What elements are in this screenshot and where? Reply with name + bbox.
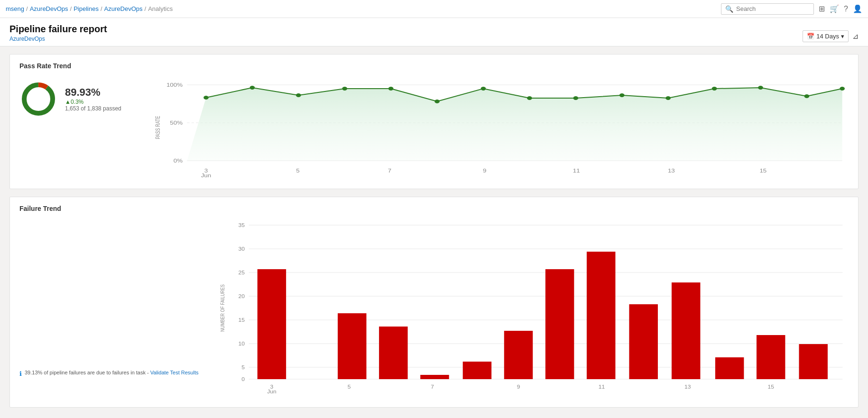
svg-text:10: 10 [239, 341, 245, 346]
pass-rate-text: 89.93% ▲0.3% 1,653 of 1,838 passed [65, 86, 121, 112]
svg-text:35: 35 [239, 223, 245, 228]
pass-rate-title: Pass Rate Trend [19, 62, 849, 70]
pass-rate-content: 89.93% ▲0.3% 1,653 of 1,838 passed PASS … [19, 75, 849, 181]
svg-text:NUMBER OF FAILURES: NUMBER OF FAILURES [220, 284, 225, 332]
svg-point-21 [296, 93, 301, 97]
failure-note-text: 39.13% of pipeline failures are due to f… [25, 370, 198, 375]
bar-12 [672, 282, 700, 379]
user-icon[interactable]: 👤 [853, 4, 862, 13]
svg-text:9: 9 [483, 168, 486, 173]
pass-rate-svg: PASS RATE 100% 50% 0% 3 Jun 5 7 9 11 [152, 75, 849, 180]
svg-text:7: 7 [388, 168, 391, 173]
bar-6 [379, 327, 408, 379]
bar-16 [799, 344, 828, 379]
breadcrumb-azuredevops2[interactable]: AzureDevOps [104, 5, 143, 12]
svg-marker-18 [187, 88, 842, 161]
pass-rate-arrow: ▲0.3% [65, 99, 83, 105]
main-content: Pass Rate Trend 89.93% ▲0.3% [0, 46, 868, 415]
search-box[interactable]: 🔍 [721, 3, 814, 15]
svg-text:20: 20 [239, 294, 245, 299]
page-subtitle: AzureDevOps [9, 36, 107, 42]
svg-text:11: 11 [573, 168, 580, 173]
svg-point-28 [619, 93, 625, 97]
failure-note: ℹ 39.13% of pipeline failures are due to… [19, 370, 198, 377]
donut-chart [19, 80, 57, 118]
svg-text:50%: 50% [170, 120, 183, 126]
basket-icon[interactable]: 🛒 [830, 4, 839, 13]
bar-8 [463, 362, 491, 379]
breadcrumb-pipelines[interactable]: Pipelines [74, 5, 99, 12]
breadcrumb: mseng / AzureDevOps / Pipelines / AzureD… [6, 5, 173, 12]
filter-icon[interactable]: ⊿ [852, 32, 859, 41]
svg-point-33 [840, 87, 845, 91]
svg-text:11: 11 [599, 384, 605, 390]
pass-rate-card: Pass Rate Trend 89.93% ▲0.3% [9, 54, 859, 189]
svg-text:15: 15 [768, 384, 774, 390]
svg-point-2 [24, 85, 53, 113]
bar-11 [629, 304, 658, 379]
svg-text:15: 15 [759, 168, 766, 173]
bar-13 [715, 357, 744, 379]
breadcrumb-mseng[interactable]: mseng [6, 5, 24, 12]
svg-text:5: 5 [242, 365, 245, 370]
svg-point-25 [481, 87, 486, 91]
grid-icon[interactable]: ⊞ [819, 4, 825, 13]
svg-text:7: 7 [431, 384, 434, 390]
svg-text:30: 30 [239, 246, 245, 252]
bar-10 [587, 252, 615, 379]
chevron-down-icon: ▾ [841, 33, 844, 40]
failure-left: ℹ 39.13% of pipeline failures are due to… [19, 218, 198, 377]
pass-rate-sub: 1,653 of 1,838 passed [65, 105, 121, 112]
svg-point-27 [573, 96, 578, 100]
pass-rate-percentage: 89.93% [65, 86, 121, 99]
svg-point-29 [665, 96, 671, 100]
svg-text:Jun: Jun [268, 389, 277, 394]
breadcrumb-azuredevops1[interactable]: AzureDevOps [30, 5, 68, 12]
svg-text:15: 15 [239, 318, 245, 323]
days-label: 14 Days [816, 33, 839, 40]
bar-5 [338, 313, 366, 379]
svg-text:13: 13 [685, 384, 691, 390]
page-title: Pipeline failure report [9, 24, 107, 35]
search-input[interactable] [736, 5, 810, 12]
nav-right: 🔍 ⊞ 🛒 ? 👤 [721, 3, 862, 15]
svg-point-24 [434, 100, 440, 103]
failure-note-link[interactable]: Validate Test Results [150, 370, 199, 375]
pass-rate-chart-container: PASS RATE 100% 50% 0% 3 Jun 5 7 9 11 [152, 75, 849, 181]
failure-bar-svg: NUMBER OF FAILURES 35 30 25 20 15 [217, 218, 849, 398]
svg-text:0: 0 [242, 377, 245, 382]
days-selector[interactable]: 📅 14 Days ▾ [803, 30, 849, 42]
top-nav: mseng / AzureDevOps / Pipelines / AzureD… [0, 0, 868, 18]
svg-text:0%: 0% [174, 158, 183, 164]
svg-text:Jun: Jun [201, 173, 212, 178]
pass-rate-left: 89.93% ▲0.3% 1,653 of 1,838 passed [19, 80, 133, 118]
bar-15 [757, 335, 785, 379]
svg-point-20 [250, 86, 255, 90]
page-header: Pipeline failure report AzureDevOps 📅 14… [0, 18, 868, 46]
svg-point-19 [203, 96, 209, 100]
calendar-icon: 📅 [807, 33, 814, 40]
search-icon: 🔍 [725, 5, 733, 13]
svg-point-32 [804, 94, 810, 98]
failure-trend-card: Failure Trend ℹ 39.13% of pipeline failu… [9, 197, 859, 408]
svg-text:5: 5 [296, 168, 300, 173]
svg-point-30 [712, 87, 717, 91]
help-icon[interactable]: ? [844, 5, 848, 13]
page-title-section: Pipeline failure report AzureDevOps [9, 24, 107, 42]
svg-text:13: 13 [668, 168, 675, 173]
bar-7-2 [504, 331, 533, 379]
svg-point-22 [342, 87, 347, 91]
breadcrumb-analytics: Analytics [148, 5, 173, 12]
bar-7-1 [421, 375, 449, 379]
failure-trend-title: Failure Trend [19, 205, 849, 212]
svg-text:9: 9 [517, 384, 520, 390]
pass-rate-change: ▲0.3% [65, 99, 121, 105]
bar-3jun [258, 269, 286, 379]
svg-point-31 [758, 86, 763, 90]
info-icon: ℹ [19, 370, 22, 377]
failure-content: ℹ 39.13% of pipeline failures are due to… [19, 218, 849, 400]
svg-text:25: 25 [239, 270, 245, 275]
svg-point-23 [388, 87, 394, 91]
svg-text:PASS RATE: PASS RATE [155, 116, 161, 139]
svg-text:100%: 100% [166, 82, 183, 88]
